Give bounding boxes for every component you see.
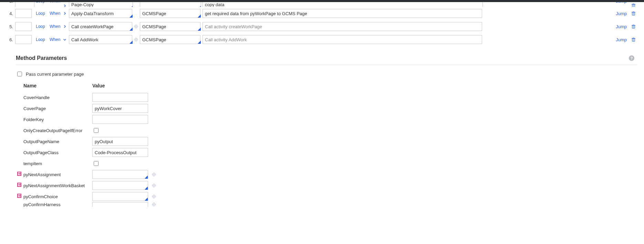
param-value-input[interactable] — [92, 115, 148, 124]
step-page-input[interactable] — [140, 9, 200, 18]
method-parameters-section: Method Parameters ? Pass current paramet… — [16, 55, 637, 207]
svg-rect-7 — [632, 38, 635, 41]
method-input[interactable] — [69, 22, 132, 31]
pass-current-param-label[interactable]: Pass current parameter page — [16, 71, 637, 77]
svg-point-19 — [153, 196, 155, 197]
method-params-header-row: Method Parameters ? — [16, 55, 637, 65]
method-input[interactable] — [69, 35, 132, 44]
delete-icon[interactable] — [629, 11, 638, 16]
smartprompt-icon[interactable] — [17, 194, 21, 198]
crosshair-icon[interactable] — [152, 194, 156, 199]
description-input[interactable] — [202, 22, 482, 31]
param-name: pyConfirmChoice — [23, 194, 92, 199]
svg-point-5 — [135, 38, 137, 41]
param-row: OutputPageName — [23, 136, 637, 147]
loop-link[interactable]: Loop — [34, 11, 48, 16]
param-checkbox[interactable] — [94, 161, 98, 166]
chevron-right-icon[interactable] — [62, 11, 67, 16]
description-input[interactable] — [202, 2, 483, 7]
step-page-input[interactable] — [140, 2, 201, 7]
jump-link[interactable]: Jump — [614, 2, 629, 4]
param-name: pyNextAssignment — [23, 172, 92, 177]
param-row: OnlyCreateOutputPageIfError — [23, 125, 637, 136]
svg-rect-0 — [632, 4, 635, 7]
method-input[interactable] — [69, 2, 133, 7]
col-header-value: Value — [92, 83, 151, 88]
loop-link[interactable]: Loop — [34, 24, 48, 29]
param-row: CoverPage — [23, 103, 637, 114]
step-label-input[interactable] — [15, 2, 34, 7]
param-checkbox[interactable] — [94, 128, 98, 133]
step-row: 6.LoopWhenJump — [6, 33, 638, 46]
svg-rect-4 — [632, 25, 635, 28]
param-value-input[interactable] — [92, 137, 148, 146]
help-icon[interactable]: ? — [629, 55, 634, 61]
params-table: Name Value CoverHandleCoverPageFolderKey… — [23, 81, 637, 207]
step-page-input[interactable] — [140, 22, 200, 31]
crosshair-icon[interactable] — [152, 183, 156, 188]
pass-current-param-text: Pass current parameter page — [26, 72, 84, 77]
svg-marker-13 — [20, 184, 21, 186]
crosshair-icon[interactable] — [134, 37, 138, 42]
when-link[interactable]: When — [48, 2, 62, 3]
param-value-input[interactable] — [92, 192, 148, 201]
param-name: OnlyCreateOutputPageIfError — [23, 128, 92, 133]
svg-point-3 — [135, 26, 137, 27]
svg-point-6 — [135, 39, 137, 40]
method-input[interactable] — [69, 9, 132, 18]
param-name: OutputPageName — [23, 139, 92, 144]
delete-icon[interactable] — [629, 3, 638, 7]
loop-link[interactable]: Loop — [34, 2, 48, 3]
param-row: tempItem — [23, 158, 637, 169]
param-row: CoverHandle — [23, 92, 637, 103]
when-link[interactable]: When — [48, 24, 62, 29]
svg-point-14 — [153, 184, 155, 187]
svg-marker-9 — [20, 173, 21, 175]
chevron-right-icon[interactable] — [62, 24, 67, 29]
param-row: pyNextAssignmentWorkBasket — [23, 180, 637, 191]
step-label-input[interactable] — [15, 22, 32, 31]
param-value-input[interactable] — [92, 93, 148, 102]
param-value-input[interactable] — [92, 148, 148, 157]
delete-icon[interactable] — [629, 24, 638, 29]
method-params-heading: Method Parameters — [16, 55, 67, 61]
activity-steps-area: 3. Loop When Jump 4.LoopWhenJump5.LoopWh… — [0, 2, 644, 47]
chevron-down-icon[interactable] — [62, 37, 67, 42]
param-row: pyConfirmChoice — [23, 191, 637, 202]
param-value-input[interactable] — [92, 104, 148, 113]
when-link[interactable]: When — [48, 11, 62, 16]
chevron-right-icon[interactable] — [62, 3, 67, 7]
svg-marker-17 — [20, 195, 21, 197]
step-label-input[interactable] — [15, 9, 32, 18]
jump-link[interactable]: Jump — [614, 11, 629, 16]
loop-link[interactable]: Loop — [34, 37, 48, 42]
param-name: pyConfirmHarness — [23, 202, 92, 207]
step-number: 3. — [6, 2, 15, 4]
param-value-input[interactable] — [92, 202, 148, 207]
delete-icon[interactable] — [629, 37, 638, 42]
svg-point-22 — [153, 203, 155, 206]
crosshair-icon[interactable] — [152, 202, 156, 207]
description-input[interactable] — [202, 35, 482, 44]
svg-point-18 — [153, 195, 155, 198]
pass-current-param-checkbox[interactable] — [17, 72, 22, 76]
crosshair-icon[interactable] — [134, 24, 138, 29]
col-header-name: Name — [23, 83, 92, 88]
param-name: CoverPage — [23, 106, 92, 111]
param-value-input[interactable] — [92, 170, 148, 179]
crosshair-icon[interactable] — [152, 172, 156, 177]
svg-point-11 — [153, 174, 155, 175]
description-input[interactable] — [202, 9, 482, 18]
step-row: 4.LoopWhenJump — [6, 7, 638, 20]
param-value-input[interactable] — [92, 181, 148, 190]
step-number: 5. — [6, 24, 15, 29]
param-name: CoverHandle — [23, 95, 92, 100]
smartprompt-icon[interactable] — [17, 183, 21, 187]
when-link[interactable]: When — [48, 37, 62, 42]
step-label-input[interactable] — [15, 35, 32, 44]
jump-link[interactable]: Jump — [614, 37, 629, 42]
smartprompt-icon[interactable] — [17, 172, 21, 176]
jump-link[interactable]: Jump — [614, 24, 629, 29]
step-page-input[interactable] — [140, 35, 200, 44]
svg-point-10 — [153, 173, 155, 176]
